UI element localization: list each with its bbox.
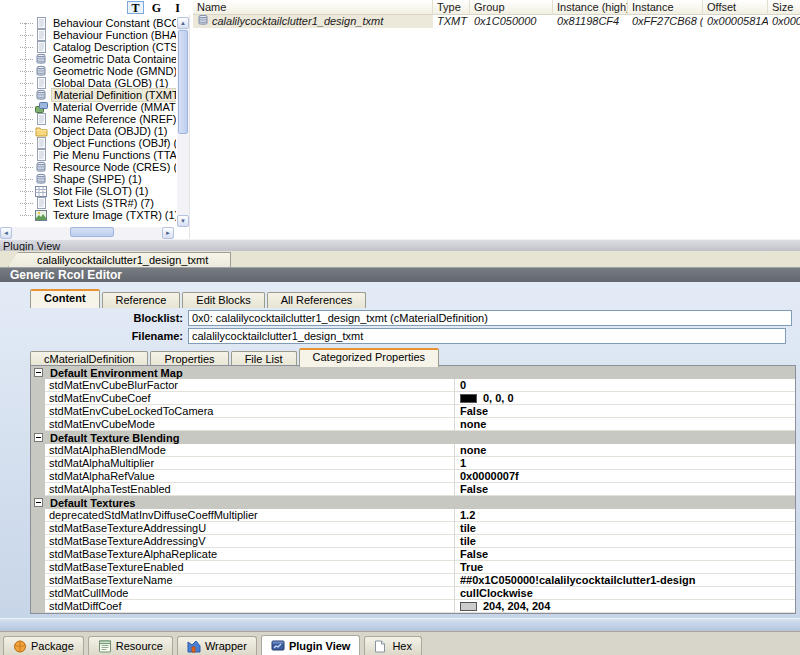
scroll-down-icon[interactable]: ▼ [177,215,189,227]
tree-item[interactable]: Object Functions (OBJf) (1) [0,137,176,149]
scroll-up-icon[interactable]: ▲ [177,17,189,29]
property-row[interactable]: deprecatedStdMatInvDiffuseCoeffMultiplie… [31,509,795,522]
collapse-icon[interactable] [31,498,45,507]
tree-horizontal-scrollbar[interactable]: ◄ ► [0,227,174,239]
tree-item[interactable]: Geometric Node (GMND) (1) [0,65,176,77]
sort-by-instance-button[interactable]: I [169,1,186,14]
sort-by-type-button[interactable]: T [127,1,144,14]
property-name: stdMatEnvCubeMode [45,418,455,431]
property-row[interactable]: stdMatEnvCubeCoef0, 0, 0 [31,392,795,405]
tree-item[interactable]: Text Lists (STR#) (7) [0,197,176,209]
row-indent [31,418,45,431]
collapse-icon[interactable] [31,368,45,377]
tab-content[interactable]: Content [30,289,100,308]
document-tab[interactable]: calalilycocktailclutter1_design_txmt [8,252,231,267]
property-value[interactable]: 0, 0, 0 [455,392,795,405]
property-row[interactable]: stdMatDiffCoef204, 204, 204 [31,600,795,613]
tab-all-references[interactable]: All References [267,292,367,308]
tab-reference[interactable]: Reference [102,292,181,308]
tree-item[interactable]: Name Reference (NREF) (1) [0,113,176,125]
tree-connector [20,35,33,36]
scrollbar-thumb[interactable] [70,227,114,237]
tree-item[interactable]: Material Override (MMAT) (1) [0,101,176,113]
resource-row[interactable]: calalilycocktailclutter1_design_txmtTXMT… [193,15,800,28]
property-row[interactable]: stdMatBaseTextureAlphaReplicateFalse [31,548,795,561]
property-category[interactable]: Default Textures [31,496,795,509]
property-row[interactable]: stdMatAlphaMultiplier1 [31,457,795,470]
tree-item[interactable]: Shape (SHPE) (1) [0,173,176,185]
property-value[interactable]: False [455,405,795,418]
tree-item[interactable]: Object Data (OBJD) (1) [0,125,176,137]
column-header[interactable]: Group [470,0,553,15]
bottom-tab-wrapper[interactable]: Wrapper [177,636,257,655]
bottom-tab-plugin-view[interactable]: Plugin View [261,635,361,655]
tree-item[interactable]: Behaviour Constant (BCON) (3) [0,17,176,29]
tree-item[interactable]: Behaviour Function (BHAV) (2) [0,29,176,41]
bottom-tab-hex[interactable]: Hex [364,636,422,655]
tree-item[interactable]: Catalog Description (CTSS) (1) [0,41,176,53]
scroll-right-icon[interactable]: ► [162,227,174,239]
page-icon [34,113,48,125]
property-category[interactable]: Default Texture Blending [31,431,795,444]
tree-item[interactable]: Texture Image (TXTR) (1) [0,209,176,221]
column-header[interactable]: Instance [628,0,703,15]
column-header[interactable]: Type [433,0,470,15]
property-row[interactable]: stdMatBaseTextureEnabledTrue [31,561,795,574]
image-icon [34,209,48,221]
row-indent [31,535,45,548]
property-value[interactable]: False [455,483,795,496]
editor-content-panel: ContentReferenceEdit BlocksAll Reference… [0,282,800,620]
property-row[interactable]: stdMatAlphaRefValue0x0000007f [31,470,795,483]
bottom-tab-resource[interactable]: Resource [88,636,173,655]
property-value[interactable]: cullClockwise [455,587,795,600]
property-row[interactable]: stdMatEnvCubeModenone [31,418,795,431]
resource-cell: 0x81198CF4 [553,15,628,28]
column-header[interactable]: Offset [703,0,768,15]
tree-vertical-scrollbar[interactable]: ▲ ▼ [177,17,189,227]
filename-input[interactable] [188,328,786,344]
property-row[interactable]: stdMatBaseTextureAddressingVtile [31,535,795,548]
tree-item[interactable]: Resource Node (CRES) (1) [0,161,176,173]
tree-item[interactable]: Material Definition (TXMT) (1) [0,89,176,101]
property-row[interactable]: stdMatEnvCubeLockedToCameraFalse [31,405,795,418]
property-category[interactable]: Default Environment Map [31,366,795,379]
tree-item-label: Geometric Node (GMND) (1) [51,65,176,77]
bottom-tab-package[interactable]: Package [3,636,84,655]
property-row[interactable]: stdMatBaseTextureName##0x1C050000!calali… [31,574,795,587]
property-row[interactable]: stdMatBaseTextureAddressingUtile [31,522,795,535]
scrollbar-thumb[interactable] [178,30,188,134]
scroll-left-icon[interactable]: ◄ [0,227,12,239]
property-value[interactable]: none [455,444,795,457]
tree-item[interactable]: Pie Menu Functions (TTAB) (1) [0,149,176,161]
property-value[interactable]: 0x0000007f [455,470,795,483]
property-row[interactable]: stdMatAlphaTestEnabledFalse [31,483,795,496]
tab-categorized-properties[interactable]: Categorized Properties [299,348,440,367]
property-value[interactable]: False [455,548,795,561]
column-header[interactable]: Instance (high) [553,0,628,15]
tree-item[interactable]: Geometric Data Container (GMDC) (1 [0,53,176,65]
tab-edit-blocks[interactable]: Edit Blocks [182,292,264,308]
property-value[interactable]: 204, 204, 204 [455,600,795,613]
property-value[interactable]: ##0x1C050000!calalilycocktailclutter1-de… [455,574,795,587]
blocklist-combobox[interactable] [188,310,792,326]
property-value[interactable]: tile [455,522,795,535]
property-value[interactable]: none [455,418,795,431]
column-header[interactable]: Name [193,0,433,15]
column-header[interactable]: Size [768,0,800,15]
property-value[interactable]: True [455,561,795,574]
property-value[interactable]: 1.2 [455,509,795,522]
tree-guide-line [25,23,26,215]
tree-item[interactable]: Slot File (SLOT) (1) [0,185,176,197]
resource-list-header: NameTypeGroupInstance (high)InstanceOffs… [193,0,800,15]
property-value[interactable]: 0 [455,379,795,392]
sort-by-group-button[interactable]: G [148,1,165,14]
tree-item-label: Texture Image (TXTR) (1) [51,209,176,221]
property-value[interactable]: tile [455,535,795,548]
property-name: stdMatDiffCoef [45,600,455,613]
property-value[interactable]: 1 [455,457,795,470]
property-row[interactable]: stdMatAlphaBlendModenone [31,444,795,457]
tree-connector [20,71,33,72]
property-row[interactable]: stdMatCullModecullClockwise [31,587,795,600]
collapse-icon[interactable] [31,433,45,442]
property-row[interactable]: stdMatEnvCubeBlurFactor0 [31,379,795,392]
